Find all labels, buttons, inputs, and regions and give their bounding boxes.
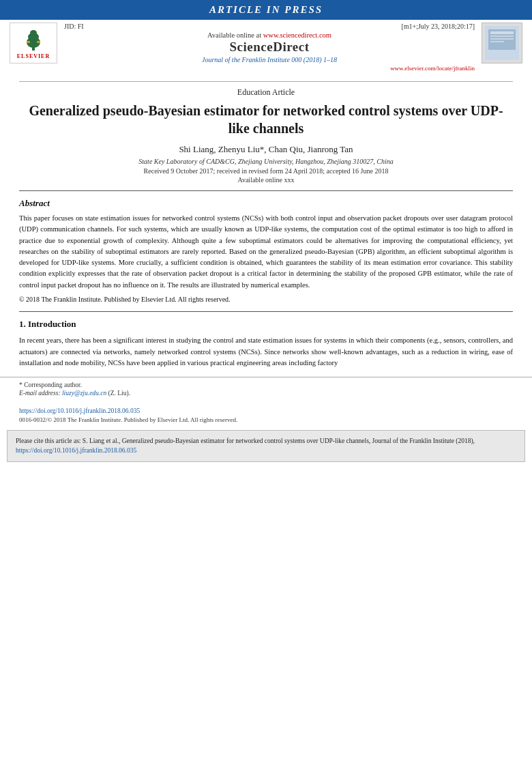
citation-doi-link[interactable]: https://doi.org/10.1016/j.jfranklin.2018… xyxy=(16,447,136,454)
available-text: Available online at xyxy=(207,31,263,39)
svg-rect-11 xyxy=(490,41,504,42)
journal-cover-icon xyxy=(485,26,519,60)
authors: Shi Liang, Zhenyu Liu*, Chan Qiu, Jianro… xyxy=(19,144,513,155)
paper-title: Generalized pseudo-Bayesian estimator fo… xyxy=(19,102,513,137)
email-label: E-mail address: xyxy=(19,390,62,397)
svg-point-3 xyxy=(30,30,37,35)
copyright: © 2018 The Franklin Institute. Published… xyxy=(19,294,513,305)
email-link[interactable]: liuzy@zju.edu.cn xyxy=(62,390,106,397)
corresponding-author-note: * Corresponding author. xyxy=(19,382,513,388)
intro-text: In recent years, there has been a signif… xyxy=(19,335,513,369)
citation-text: Please cite this article as: S. Liang et… xyxy=(16,438,475,444)
issn-line: 0016-0032/© 2018 The Franklin Institute.… xyxy=(19,416,513,423)
date-stamp: [m1+;July 23, 2018;20:17] xyxy=(401,23,475,30)
header-center: JID: FI [m1+;July 23, 2018;20:17] Availa… xyxy=(57,23,482,72)
divider-2 xyxy=(19,190,513,191)
journal-thumbnail xyxy=(482,23,522,63)
email-line: E-mail address: liuzy@zju.edu.cn (Z. Liu… xyxy=(19,390,513,397)
divider-1 xyxy=(19,81,513,82)
introduction-section: 1. Introduction In recent years, there h… xyxy=(19,319,513,369)
available-online-date: Available online xxx xyxy=(19,176,513,184)
doi-link[interactable]: https://doi.org/10.1016/j.jfranklin.2018… xyxy=(19,407,140,414)
article-category: Education Article xyxy=(19,87,513,98)
svg-rect-10 xyxy=(490,38,514,40)
elsevier-url: www.elsevier.com/locate/jfranklin xyxy=(64,65,475,72)
available-online-line: Available online at www.sciencedirect.co… xyxy=(64,31,475,39)
footer: * Corresponding author. E-mail address: … xyxy=(0,377,532,401)
abstract-text: This paper focuses on state estimation i… xyxy=(19,213,513,291)
elsevier-label: ELSEVIER xyxy=(17,53,50,59)
elsevier-logo: ELSEVIER xyxy=(10,23,57,63)
doi-section: https://doi.org/10.1016/j.jfranklin.2018… xyxy=(0,403,532,423)
svg-rect-8 xyxy=(490,31,514,34)
svg-rect-9 xyxy=(490,35,514,37)
header-row: ELSEVIER JID: FI [m1+;July 23, 2018;20:1… xyxy=(0,20,532,76)
svg-rect-4 xyxy=(27,41,30,43)
corresponding-label: * Corresponding author. xyxy=(19,382,82,388)
banner-text: ARTICLE IN PRESS xyxy=(209,4,323,15)
sciencedirect-brand: ScienceDirect xyxy=(64,40,475,55)
affiliation: State Key Laboratory of CAD&CG, Zhejiang… xyxy=(19,158,513,165)
page: ARTICLE IN PRESS ELSEVIER JID: FI xyxy=(0,0,532,774)
jid-label: JID: FI xyxy=(64,23,84,30)
article-in-press-banner: ARTICLE IN PRESS xyxy=(0,0,532,20)
journal-name: Journal of the Franklin Institute 000 (2… xyxy=(64,56,475,63)
email-person: (Z. Liu). xyxy=(108,390,130,397)
divider-3 xyxy=(19,311,513,312)
svg-rect-5 xyxy=(37,41,40,43)
intro-heading: 1. Introduction xyxy=(19,319,513,330)
elsevier-logo-container: ELSEVIER xyxy=(10,23,57,63)
abstract-section: Abstract This paper focuses on state est… xyxy=(19,198,513,304)
sciencedirect-link[interactable]: www.sciencedirect.com xyxy=(263,31,331,39)
main-content: Education Article Generalized pseudo-Bay… xyxy=(0,81,532,369)
citation-box: Please cite this article as: S. Liang et… xyxy=(7,430,525,462)
elsevier-tree-icon xyxy=(21,27,46,52)
abstract-heading: Abstract xyxy=(19,198,513,209)
received-dates: Received 9 October 2017; received in rev… xyxy=(19,167,513,175)
